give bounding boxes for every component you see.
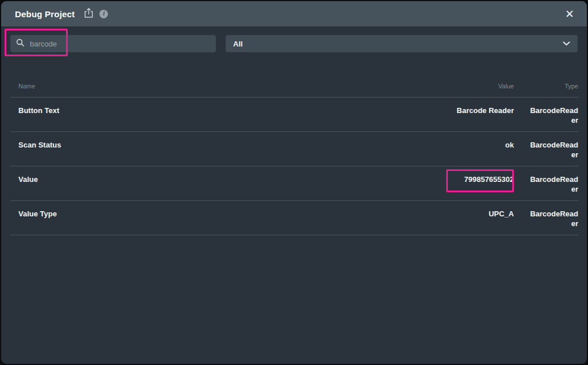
column-header-value: Value bbox=[388, 83, 514, 90]
cell-type: BarcodeReader bbox=[527, 140, 578, 166]
dialog-title: Debug Project bbox=[15, 9, 75, 19]
info-button[interactable]: i bbox=[99, 10, 108, 18]
cell-type: BarcodeReader bbox=[527, 106, 578, 131]
column-header-name: Name bbox=[10, 83, 388, 90]
cell-value: ok bbox=[388, 140, 514, 166]
cell-type: BarcodeReader bbox=[527, 174, 578, 200]
titlebar-actions: i bbox=[84, 7, 108, 21]
filter-toolbar: All bbox=[1, 35, 587, 52]
table-header-row: Name Value Type bbox=[10, 52, 578, 98]
search-icon bbox=[16, 38, 25, 49]
search-input[interactable] bbox=[30, 40, 210, 48]
chevron-down-icon bbox=[563, 41, 570, 46]
table-row: Value Type UPC_A BarcodeReader bbox=[10, 201, 578, 235]
column-header-type: Type bbox=[527, 83, 578, 90]
debug-values-table: Name Value Type Button Text Barcode Read… bbox=[1, 52, 587, 235]
search-field[interactable] bbox=[10, 35, 216, 52]
table-row: Value 799857655302 BarcodeReader bbox=[10, 166, 578, 201]
cell-type: BarcodeReader bbox=[527, 209, 578, 235]
close-icon: ✕ bbox=[565, 8, 574, 20]
filter-dropdown[interactable]: All bbox=[226, 35, 578, 52]
share-icon bbox=[84, 7, 94, 21]
cell-name: Button Text bbox=[10, 106, 388, 131]
cell-value: Barcode Reader bbox=[388, 106, 514, 131]
info-icon: i bbox=[99, 10, 108, 18]
cell-value: UPC_A bbox=[388, 209, 514, 235]
filter-selected-value: All bbox=[233, 40, 243, 48]
cell-value: 799857655302 bbox=[388, 174, 514, 200]
share-button[interactable] bbox=[84, 7, 94, 21]
cell-name: Value Type bbox=[10, 209, 388, 235]
cell-name: Value bbox=[10, 174, 388, 200]
dialog-titlebar: Debug Project i ✕ bbox=[1, 1, 587, 26]
table-row: Button Text Barcode Reader BarcodeReader bbox=[10, 98, 578, 132]
close-button[interactable]: ✕ bbox=[563, 7, 577, 21]
table-row: Scan Status ok BarcodeReader bbox=[10, 132, 578, 166]
cell-name: Scan Status bbox=[10, 140, 388, 166]
debug-project-dialog: Debug Project i ✕ bbox=[1, 1, 587, 364]
